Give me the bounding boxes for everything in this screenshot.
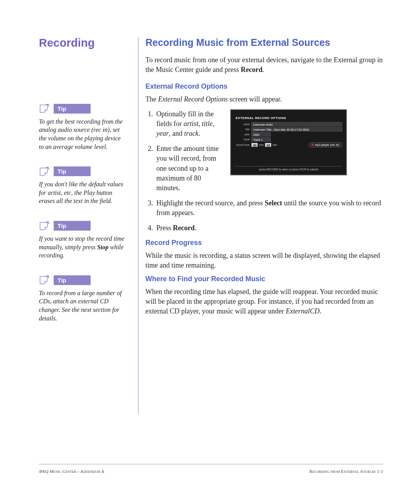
sidebar: Recording Tip To get the best recording … bbox=[39, 37, 134, 414]
footer-left: iPAQ Music Center—Addendum A bbox=[39, 469, 105, 474]
footer-right: Recording from External Sources 5-3 bbox=[310, 469, 383, 474]
ss-sec-field: 00 bbox=[265, 143, 271, 147]
ss-year-field: 2002 bbox=[251, 132, 271, 136]
step-1: Optionally fill in the fields for artist… bbox=[155, 109, 223, 139]
step-2: Enter the amount time you will record, f… bbox=[155, 144, 223, 193]
tip-3: Tip If you want to stop the record time … bbox=[39, 221, 134, 260]
ss-track-label: track bbox=[235, 138, 251, 141]
ss-min-unit: min bbox=[258, 143, 265, 147]
subheading-where: Where to Find your Recorded Music bbox=[145, 275, 383, 283]
step-list-b: Highlight the record source, and press S… bbox=[145, 198, 383, 233]
note-icon bbox=[39, 167, 51, 176]
tip-text: If you don't like the default values for… bbox=[39, 180, 134, 205]
tip-2: Tip If you don't like the default values… bbox=[39, 166, 134, 205]
svg-marker-4 bbox=[40, 222, 47, 230]
step-list-a: Optionally fill in the fields for artist… bbox=[145, 109, 223, 199]
tip-label: Tip bbox=[54, 104, 91, 114]
subheading-options: External Record Options bbox=[145, 82, 383, 91]
options-screenshot: EXTERNAL RECORD OPTIONS artistUnknown Ar… bbox=[230, 109, 347, 175]
ss-artist-label: artist bbox=[235, 123, 251, 126]
tip-4: Tip To record from a large number of CDs… bbox=[39, 275, 134, 322]
ss-min-field: 80 bbox=[251, 143, 258, 147]
svg-marker-0 bbox=[40, 105, 47, 112]
step-4: Press Record. bbox=[155, 223, 383, 233]
where-paragraph: When the recording time has elapsed, the… bbox=[145, 287, 383, 317]
ss-sec-unit: sec bbox=[271, 143, 278, 147]
note-icon bbox=[39, 221, 51, 231]
svg-marker-6 bbox=[40, 276, 47, 284]
ss-footer-hint: press RECORD to save or press STOP to ca… bbox=[231, 166, 346, 171]
ss-track-field: Track 1 bbox=[251, 137, 271, 142]
ss-title-label: title bbox=[235, 128, 251, 131]
note-icon bbox=[39, 275, 51, 285]
tip-label: Tip bbox=[54, 221, 91, 231]
intro-paragraph: To record music from one of your externa… bbox=[145, 55, 383, 75]
tip-text: To record from a large number of CDs, at… bbox=[39, 289, 134, 322]
tip-label: Tip bbox=[54, 166, 91, 176]
tip-text: If you want to stop the record time manu… bbox=[39, 234, 134, 260]
page-footer: iPAQ Music Center—Addendum A Recording f… bbox=[39, 464, 383, 474]
page-heading: Recording Music from External Sources bbox=[145, 37, 383, 48]
tip-1: Tip To get the best recording from the a… bbox=[39, 104, 134, 151]
ss-rectime-label: record time bbox=[235, 144, 251, 146]
svg-marker-2 bbox=[40, 168, 47, 175]
note-icon bbox=[39, 104, 51, 113]
step-3: Highlight the record source, and press S… bbox=[155, 198, 383, 218]
ss-title-field: Unknown Title - Mon Mar 25 08:17:03 2002 bbox=[251, 127, 342, 131]
record-dot-icon bbox=[312, 144, 313, 146]
vertical-divider bbox=[138, 37, 138, 414]
subheading-progress: Record Progress bbox=[145, 239, 383, 247]
progress-paragraph: While the music is recording, a status s… bbox=[145, 251, 383, 270]
options-intro: The External Record Options screen will … bbox=[145, 94, 383, 104]
section-title: Recording bbox=[39, 37, 134, 49]
ss-artist-field: Unknown Artist bbox=[251, 122, 342, 126]
ss-source-pill: mp3 player (rec in) bbox=[308, 142, 342, 147]
ss-year-label: year bbox=[235, 133, 251, 136]
tip-label: Tip bbox=[54, 275, 91, 285]
tip-text: To get the best recording from the analo… bbox=[39, 117, 134, 151]
ss-title: EXTERNAL RECORD OPTIONS bbox=[236, 116, 342, 120]
main-content: Recording Music from External Sources To… bbox=[145, 37, 383, 414]
